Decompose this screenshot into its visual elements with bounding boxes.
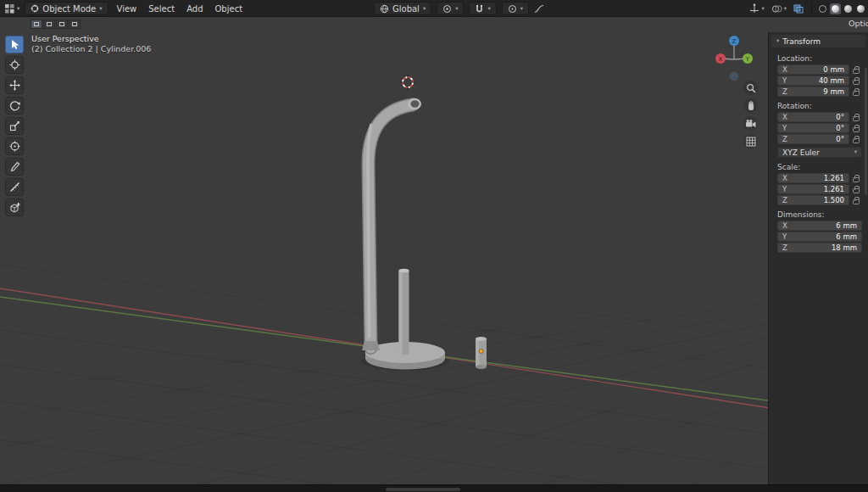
add-cube-icon — [9, 202, 20, 213]
tool-cursor[interactable] — [5, 56, 24, 74]
editor-type-button[interactable]: ▾ — [2, 2, 22, 15]
location-x-field[interactable]: X 0 mm — [777, 64, 849, 75]
3d-cursor — [400, 75, 415, 90]
transform-tool-icon — [9, 141, 20, 152]
rotation-z-lock-button[interactable] — [849, 136, 862, 143]
dimensions-y-value: 6 mm — [836, 232, 857, 241]
menu-select[interactable]: Select — [142, 0, 181, 17]
gizmo-axis-z-negative[interactable] — [730, 72, 739, 81]
header-right-controls: ▾ ▾ — [747, 0, 868, 17]
scale-x-lock-button[interactable] — [849, 175, 862, 182]
tool-scale[interactable] — [5, 117, 24, 135]
location-y-field[interactable]: Y 40 mm — [777, 75, 849, 86]
pan-button[interactable] — [743, 98, 758, 113]
gizmos-toggle-button[interactable]: ▾ — [747, 2, 766, 15]
location-x-row: X 0 mm — [777, 64, 862, 75]
dimensions-label: Dimensions: — [777, 210, 862, 219]
overlays-toggle-button[interactable]: ▾ — [769, 2, 789, 15]
panel-scrollbar[interactable] — [865, 68, 867, 195]
scale-x-field[interactable]: X 1.261 — [777, 173, 849, 183]
dimensions-x-field[interactable]: X 6 mm — [777, 221, 862, 231]
rotation-mode-dropdown[interactable]: XYZ Euler ▾ — [777, 147, 862, 158]
location-z-field[interactable]: Z 9 mm — [777, 87, 849, 97]
blender-window: ▾ Object Mode ▾ View Select Add Object — [0, 0, 868, 492]
gizmo-x-label: X — [719, 56, 723, 63]
scale-label: Scale: — [777, 163, 862, 171]
rotation-x-field[interactable]: X 0° — [777, 112, 849, 122]
navigation-gizmo[interactable]: Z Y X — [710, 34, 758, 83]
status-bar — [0, 484, 868, 492]
axis-x-label: X — [782, 174, 787, 182]
options-dropdown[interactable]: Optio — [849, 19, 868, 28]
gizmo-axis-z[interactable]: Z — [729, 36, 739, 46]
model-paper-towel-holder[interactable] — [361, 98, 449, 371]
shading-material-button[interactable] — [843, 3, 854, 14]
scale-y-field[interactable]: Y 1.261 — [777, 184, 849, 194]
select-intersect-icon — [72, 22, 77, 26]
scale-z-field[interactable]: Z 1.500 — [777, 195, 849, 205]
location-label: Location: — [777, 54, 862, 63]
tool-move[interactable] — [5, 76, 24, 94]
chevron-down-icon: ▾ — [17, 6, 19, 12]
mode-dropdown[interactable]: Object Mode ▾ — [25, 2, 108, 15]
tool-rotate[interactable] — [5, 97, 24, 115]
gizmo-axis-x[interactable]: X — [715, 53, 726, 64]
menu-view[interactable]: View — [111, 0, 143, 17]
tool-transform[interactable] — [5, 137, 24, 155]
camera-view-button[interactable] — [743, 116, 758, 131]
rotation-y-field[interactable]: Y 0° — [777, 123, 849, 133]
shading-solid-button[interactable] — [830, 3, 841, 14]
dimensions-z-field[interactable]: Z 18 mm — [777, 243, 862, 253]
menu-object[interactable]: Object — [209, 0, 249, 17]
select-mode-options — [31, 20, 81, 29]
select-mode-extend-button[interactable] — [43, 20, 55, 29]
scale-z-row: Z 1.500 — [777, 195, 862, 205]
falloff-curve-button[interactable] — [531, 2, 547, 15]
transform-orientation-dropdown[interactable]: Global ▾ — [374, 2, 431, 15]
axis-y-label: Y — [782, 185, 787, 193]
xray-toggle-button[interactable] — [791, 2, 806, 15]
gizmo-axis-y[interactable]: Y — [743, 53, 753, 64]
tool-add-primitive[interactable] — [5, 198, 24, 216]
panel-title: Transform — [782, 37, 821, 46]
rendered-shading-icon — [857, 5, 865, 13]
model-small-cylinder[interactable] — [476, 337, 487, 369]
tool-annotate[interactable] — [5, 158, 24, 176]
scale-z-lock-button[interactable] — [849, 197, 862, 204]
solid-shading-icon — [832, 5, 839, 13]
ortho-toggle-button[interactable] — [743, 134, 758, 148]
transform-panel-header[interactable]: ▾ Transform — [771, 35, 865, 48]
lock-icon — [853, 199, 860, 204]
rotation-x-lock-button[interactable] — [849, 114, 862, 121]
chevron-down-icon: ▾ — [776, 38, 779, 44]
snap-dropdown[interactable]: ▾ — [469, 2, 496, 15]
select-mode-new-button[interactable] — [31, 20, 42, 29]
overlays-icon — [771, 4, 782, 14]
select-mode-subtract-button[interactable] — [56, 20, 68, 29]
dimensions-y-field[interactable]: Y 6 mm — [777, 232, 862, 242]
rotation-y-value: 0° — [836, 124, 844, 132]
pivot-point-dropdown[interactable]: ▾ — [437, 2, 464, 15]
scale-y-row: Y 1.261 — [777, 184, 862, 194]
lock-icon — [853, 80, 860, 85]
location-y-lock-button[interactable] — [849, 77, 862, 85]
rotation-z-row: Z 0° — [777, 134, 862, 144]
select-mode-intersect-button[interactable] — [69, 20, 81, 29]
menu-add[interactable]: Add — [181, 0, 209, 17]
scale-y-lock-button[interactable] — [849, 186, 862, 193]
location-z-lock-button[interactable] — [849, 88, 862, 96]
status-bar-widget — [386, 488, 460, 491]
axis-x-label: X — [782, 113, 787, 121]
shading-rendered-button[interactable] — [855, 3, 866, 14]
annotate-pen-icon — [9, 161, 20, 172]
tool-select-box[interactable] — [5, 36, 24, 53]
shading-wireframe-button[interactable] — [817, 3, 828, 14]
tool-measure[interactable] — [5, 178, 24, 196]
rotation-z-field[interactable]: Z 0° — [777, 134, 849, 144]
zoom-button[interactable] — [743, 81, 758, 95]
chevron-down-icon: ▾ — [761, 6, 764, 12]
proportional-edit-dropdown[interactable]: ▾ — [502, 2, 529, 15]
rotation-y-lock-button[interactable] — [849, 125, 862, 132]
location-x-lock-button[interactable] — [849, 66, 862, 74]
measure-ruler-icon — [9, 182, 20, 193]
